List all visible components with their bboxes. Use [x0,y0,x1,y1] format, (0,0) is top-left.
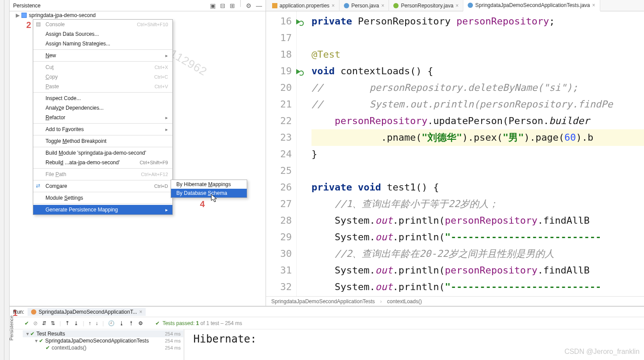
menu-compare[interactable]: ⇄ CompareCtrl+D [33,181,172,191]
chevron-right-icon: › [380,298,382,305]
close-icon[interactable]: × [332,3,335,9]
menu-module-settings[interactable]: Module Settings [33,193,172,203]
tab-tests-java[interactable]: SpringdataJpaDemoSecondApplicationTests.… [463,0,600,11]
menu-build-module[interactable]: Build Module 'springdata-jpa-demo-second… [33,148,172,158]
menu-console: ▤ ConsoleCtrl+Shift+F10 [33,20,172,29]
menu-toggle-method-breakpoint[interactable]: Toggle Method Breakpoint [33,136,172,146]
run-gutter-icon[interactable] [295,16,304,24]
history-icon[interactable]: 🕘 [108,320,115,326]
test-tree-class[interactable]: ▾ ✔SpringdataJpaDemoSecondApplicationTes… [23,337,183,344]
expand-icon[interactable]: ⤒ [65,320,70,326]
check-icon[interactable]: ✔ [24,320,29,326]
test-status: ✔ Tests passed: 1 of 1 test – 254 ms [155,320,242,326]
test-tree-root[interactable]: ▾ ✔Test Results 254 ms [23,330,183,337]
tree-expander-icon[interactable]: ▶ [16,12,20,18]
close-icon[interactable]: × [592,2,595,8]
gear-icon[interactable]: ⚙ [138,320,143,326]
run-title: Run: [13,309,24,315]
menu-assign-naming-strategies[interactable]: Assign Naming Strategies... [33,39,172,48]
test-tree-method[interactable]: ✔contextLoads() 254 ms [23,344,183,351]
crumb-method[interactable]: contextLoads() [387,298,422,305]
module-icon [21,13,27,18]
tab-application-properties[interactable]: application.properties× [268,0,340,11]
project-name: springdata-jpa-demo-second [29,12,96,18]
next-icon[interactable]: ↓ [95,320,98,326]
menu-paste: PasteCtrl+V [33,82,172,91]
code-editor[interactable]: private PersonRepository personRepositor… [297,11,644,296]
project-tree-row[interactable]: ▶ springdata-jpa-demo-second [10,11,266,19]
tab-person-java[interactable]: Person.java× [340,0,389,11]
export-icon[interactable]: ⭱ [129,320,134,326]
menu-rebuild[interactable]: Rebuild ...ata-jpa-demo-second'Ctrl+Shif… [33,158,172,167]
svg-marker-1 [296,19,301,24]
editor-area: application.properties× Person.java× Per… [266,0,644,306]
menu-refactor[interactable]: Refactor▸ [33,113,172,122]
run-toolwindow: Run: SpringdataJpaDemoSecondApplicationT… [10,306,644,360]
line-number-gutter[interactable]: 16 17 18 19 20 21 22 23 24 25 26 27 28 2… [266,11,297,296]
menu-cut: CutCtrl+X [33,62,172,72]
menu-analyze-dependencies[interactable]: Analyze Dependencies... [33,103,172,113]
menu-add-to-favorites[interactable]: Add to Favorites▸ [33,125,172,134]
tab-person-repository-java[interactable]: PersonRepository.java× [389,0,463,11]
context-menu: ▤ ConsoleCtrl+Shift+F10 Assign Data Sour… [33,19,173,215]
gear-icon[interactable]: ⚙ [246,0,252,11]
toolwindow-action-icon[interactable]: ▣ [210,0,216,11]
menu-generate-persistence-mapping[interactable]: Generate Persistence Mapping▸ [33,205,172,215]
collapse-icon[interactable]: ⤓ [74,320,78,326]
menu-copy: CopyCtrl+C [33,72,172,82]
breadcrumb[interactable]: SpringdataJpaDemoSecondApplicationTests … [266,296,644,306]
toolwindow-action-icon[interactable]: ⊞ [230,0,235,11]
submenu-by-hibernate-mappings[interactable]: By Hibernate Mappings [171,180,247,189]
menu-assign-data-sources[interactable]: Assign Data Sources... [33,29,172,39]
csdn-watermark: CSDN @Jeroro_franklin [564,348,640,356]
menu-file-path: File PathCtrl+Alt+F12 [33,170,172,179]
minimize-icon[interactable]: — [256,0,262,11]
close-icon[interactable]: × [381,3,384,9]
close-icon[interactable]: × [455,3,458,9]
sort-icon[interactable]: ⇅ [51,320,55,326]
sort-icon[interactable]: ⇵ [42,320,46,326]
disable-icon[interactable]: ⊘ [33,320,38,326]
console-icon: ▤ [36,21,42,27]
close-icon[interactable]: × [139,309,142,315]
menu-inspect-code[interactable]: Inspect Code... [33,93,172,103]
run-config-tab[interactable]: SpringdataJpaDemoSecondApplicationT... × [28,308,146,316]
generate-mapping-submenu: By Hibernate Mappings By Database Schema [171,180,247,198]
console-output[interactable]: Hibernate: [193,333,257,345]
toolwindow-title: Persistence [13,0,41,11]
editor-tabbar: application.properties× Person.java× Per… [266,0,644,11]
callout-number: 2 [26,20,31,30]
import-icon[interactable]: ⭳ [119,320,124,326]
callout-number: 4 [200,199,205,209]
toolwindow-action-icon[interactable]: ⊟ [220,0,225,11]
compare-icon: ⇄ [36,183,42,189]
test-tree[interactable]: ▾ ✔Test Results 254 ms ▾ ✔SpringdataJpaD… [23,329,185,360]
menu-new[interactable]: New▸ [33,51,172,60]
prev-icon[interactable]: ↑ [88,320,91,326]
submenu-by-database-schema[interactable]: By Database Schema [171,189,247,197]
run-gutter-icon[interactable] [295,66,304,74]
crumb-class[interactable]: SpringdataJpaDemoSecondApplicationTests [271,298,375,305]
svg-marker-2 [296,69,301,74]
